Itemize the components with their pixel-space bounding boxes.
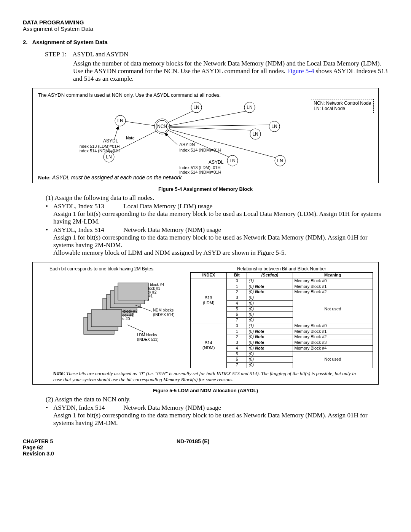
svg-text:LN: LN xyxy=(106,154,112,160)
meaning-cell: Memory Block #4 xyxy=(293,345,373,351)
bit-setting-table: INDEX Bit (Setting) Meaning 513(LDM)0(1)… xyxy=(190,272,373,368)
setting-cell: (0) xyxy=(247,363,293,368)
figure-5-4-caption: Figure 5-4 Assignment of Memory Block xyxy=(23,186,388,192)
b3-desc: Network Data Memory (NDM) usage xyxy=(123,404,221,411)
body-item-1: (1) Assign the following data to all nod… xyxy=(46,194,388,202)
fig5-left-caption: Each bit corresponds to one block having… xyxy=(49,266,183,272)
bit-cell: 3 xyxy=(227,340,247,346)
svg-text:LN: LN xyxy=(117,118,123,123)
figure-5-4-diagram: NCN LN LN LN LN LN LN LN LN AS xyxy=(37,96,368,174)
bit-cell: 0 xyxy=(227,278,247,284)
step1-body: Assign the number of data memory blocks … xyxy=(73,60,388,83)
b3-cmd: ASYDN, Index 514 xyxy=(53,404,122,412)
svg-text:block #2: block #2 xyxy=(123,309,138,313)
setting-cell: (0) xyxy=(247,318,293,323)
page-header-title: DATA PROGRAMMING xyxy=(23,19,388,26)
b2-cmd: ASYDL, Index 514 xyxy=(53,226,122,234)
meaning-cell: Memory Block #1 xyxy=(293,329,373,334)
setting-cell: (0) Note xyxy=(247,329,293,334)
svg-text:LN: LN xyxy=(193,105,199,110)
svg-text:Index 513 (LDM)=01H: Index 513 (LDM)=01H xyxy=(179,165,221,170)
setting-cell: (0) xyxy=(247,295,293,301)
svg-text:(INDEX 513): (INDEX 513) xyxy=(137,337,159,342)
bullet-2: • ASYDL, Index 514 Network Data Memory (… xyxy=(46,226,388,257)
footer-chapter: CHAPTER 5 xyxy=(23,438,175,444)
bit-cell: 6 xyxy=(227,357,247,363)
b2-l2: Allowable memory block of LDM and NDM as… xyxy=(53,249,286,256)
bullet-3: • ASYDN, Index 514 Network Data Memory (… xyxy=(46,404,388,427)
svg-text:ASYDL: ASYDL xyxy=(103,138,118,144)
note-label: Note: xyxy=(38,175,51,181)
svg-text:Index 514 (NDM)=01H: Index 514 (NDM)=01H xyxy=(179,148,221,152)
figure-5-4-link[interactable]: Figure 5-4 xyxy=(287,67,314,75)
figure-5-4-box: The ASYDN command is used at NCN only. U… xyxy=(32,88,379,183)
setting-cell: (0) xyxy=(247,351,293,357)
meaning-cell: Memory Block #0 xyxy=(293,323,373,329)
bit-cell: 1 xyxy=(227,284,247,289)
setting-cell: (0) xyxy=(247,300,293,306)
step1-line: STEP 1: ASYDL and ASYDN xyxy=(45,51,388,58)
bit-cell: 2 xyxy=(227,334,247,340)
svg-text:LDM blocks: LDM blocks xyxy=(137,333,157,337)
table-row: 514(NDM)0(1)Memory Block #0 xyxy=(191,323,373,329)
svg-line-19 xyxy=(126,121,155,126)
setting-cell: (0) Note xyxy=(247,345,293,351)
svg-line-56 xyxy=(135,305,152,312)
figure-5-5-caption: Figure 5-5 LDM and NDM Allocation (ASYDL… xyxy=(23,388,388,393)
svg-line-23 xyxy=(168,130,229,157)
note-text: ASYDL must be assigned at each node on t… xyxy=(52,174,183,181)
svg-text:LN: LN xyxy=(271,124,277,129)
meaning-cell: Memory Block #2 xyxy=(293,334,373,340)
page-footer: CHAPTER 5 ND-70185 (E) Page 62 Revision … xyxy=(23,438,388,457)
bit-cell: 5 xyxy=(227,306,247,312)
table-row: 513(LDM)0(1)Memory Block #0 xyxy=(191,278,373,284)
svg-rect-54 xyxy=(91,310,122,327)
bit-cell: 7 xyxy=(227,318,247,323)
footer-doc: ND-70185 (E) xyxy=(177,438,209,444)
fig5-block-stacks: block #0block #1block #2block #3block #4… xyxy=(38,272,183,344)
meaning-cell: Memory Block #1 xyxy=(293,284,373,289)
meaning-cell: Not used xyxy=(293,295,373,323)
bit-cell: 7 xyxy=(227,363,247,368)
b1-desc: Local Data Memory (LDM) usage xyxy=(123,203,212,210)
fig5-note-label: Note: xyxy=(53,371,65,376)
setting-cell: (0) xyxy=(247,312,293,318)
svg-text:LN: LN xyxy=(277,158,283,163)
body-item-2: (2) Assign the data to NCN only. xyxy=(46,396,388,403)
footer-page: Page 62 xyxy=(23,444,43,451)
meaning-cell: Memory Block #0 xyxy=(293,278,373,284)
setting-cell: (1) xyxy=(247,323,293,329)
svg-text:LN: LN xyxy=(229,158,235,163)
svg-text:ASYDL: ASYDL xyxy=(209,160,224,165)
figure-5-4-note: Note: ASYDL must be assigned at each nod… xyxy=(38,174,183,181)
step1-label: STEP 1: xyxy=(45,51,67,58)
svg-text:LN: LN xyxy=(247,105,252,110)
fig5-note-text: These bits are normally assigned as "0" … xyxy=(53,371,356,382)
setting-cell: (1) xyxy=(247,278,293,284)
svg-rect-48 xyxy=(118,283,148,300)
setting-cell: (0) Note xyxy=(247,334,293,340)
b3-l1: Assign 1 for bit(s) corresponding to the… xyxy=(53,412,368,427)
b2-l1: Assign 1 for bit(s) corresponding to the… xyxy=(53,234,368,249)
bit-cell: 0 xyxy=(227,323,247,329)
b1-l1: Assign 1 for bit(s) corresponding to the… xyxy=(53,210,381,225)
bit-cell: 4 xyxy=(227,345,247,351)
bit-cell: 5 xyxy=(227,351,247,357)
fig5-right-caption: Relationship between Bit and Block Numbe… xyxy=(190,266,373,272)
svg-line-24 xyxy=(170,127,252,130)
footer-rev: Revision 3.0 xyxy=(23,451,54,457)
meaning-cell: Memory Block #2 xyxy=(293,289,373,295)
figure-5-5-box: Each bit corresponds to one block having… xyxy=(32,262,379,385)
svg-line-59 xyxy=(127,325,145,332)
b2-desc: Network Data Memory (NDM) usage xyxy=(123,226,221,233)
th-setting: (Setting) xyxy=(247,273,293,278)
svg-text:Index 514 (NDM)=01H: Index 514 (NDM)=01H xyxy=(78,149,120,153)
step1-title: ASYDL and ASYDN xyxy=(73,51,129,58)
th-meaning: Meaning xyxy=(293,273,373,278)
section-number: 2. xyxy=(23,39,28,45)
svg-marker-28 xyxy=(116,126,119,129)
b1-cmd: ASYDL, Index 513 xyxy=(53,203,122,210)
section-title: Assignment of System Data xyxy=(32,39,107,45)
figure-5-5-note: Note: These bits are normally assigned a… xyxy=(53,371,358,383)
section-heading: 2. Assignment of System Data xyxy=(23,39,388,45)
